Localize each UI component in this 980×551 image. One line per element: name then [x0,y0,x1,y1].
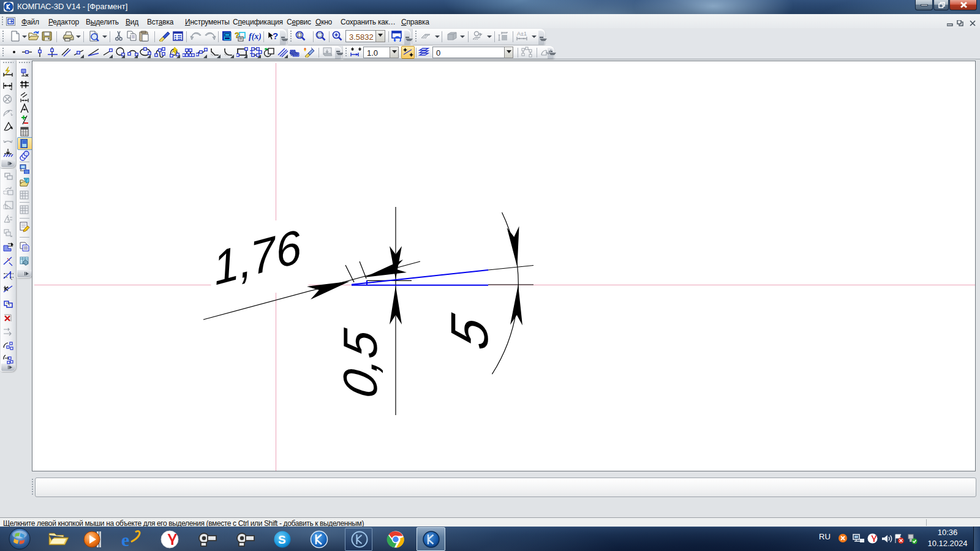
svg-text:S: S [278,533,286,546]
svg-text:e: e [121,530,129,549]
svg-text:5: 5 [440,309,499,356]
svg-text:0,5: 0,5 [334,326,387,402]
